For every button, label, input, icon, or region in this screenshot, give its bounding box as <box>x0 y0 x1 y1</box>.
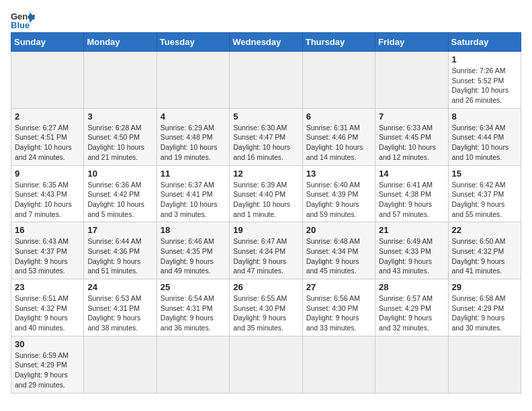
day-number: 6 <box>306 111 371 122</box>
day-cell <box>11 52 84 109</box>
day-number: 10 <box>87 169 152 179</box>
day-number: 18 <box>161 225 226 235</box>
day-cell <box>157 336 229 393</box>
calendar-table: SundayMondayTuesdayWednesdayThursdayFrid… <box>11 32 521 394</box>
day-cell: 27Sunrise: 6:56 AM Sunset: 4:30 PM Dayli… <box>302 279 375 336</box>
day-cell: 2Sunrise: 6:27 AM Sunset: 4:51 PM Daylig… <box>11 108 84 165</box>
day-number: 12 <box>233 169 298 179</box>
day-info: Sunrise: 6:41 AM Sunset: 4:38 PM Dayligh… <box>379 180 444 220</box>
day-number: 22 <box>452 225 517 235</box>
day-cell: 11Sunrise: 6:37 AM Sunset: 4:41 PM Dayli… <box>157 165 229 222</box>
day-cell: 28Sunrise: 6:57 AM Sunset: 4:29 PM Dayli… <box>375 279 448 336</box>
day-number: 2 <box>15 111 80 122</box>
col-header-saturday: Saturday <box>448 33 521 52</box>
day-number: 25 <box>161 282 226 292</box>
day-cell: 5Sunrise: 6:30 AM Sunset: 4:47 PM Daylig… <box>230 108 302 165</box>
col-header-wednesday: Wednesday <box>230 33 302 52</box>
day-number: 11 <box>161 169 226 179</box>
day-cell: 16Sunrise: 6:43 AM Sunset: 4:37 PM Dayli… <box>11 222 84 279</box>
day-cell: 22Sunrise: 6:50 AM Sunset: 4:32 PM Dayli… <box>448 222 521 279</box>
day-cell: 24Sunrise: 6:53 AM Sunset: 4:31 PM Dayli… <box>84 279 157 336</box>
week-row-6: 30Sunrise: 6:59 AM Sunset: 4:29 PM Dayli… <box>11 336 521 393</box>
day-info: Sunrise: 6:49 AM Sunset: 4:33 PM Dayligh… <box>379 236 444 276</box>
day-cell: 29Sunrise: 6:58 AM Sunset: 4:29 PM Dayli… <box>448 279 521 336</box>
day-info: Sunrise: 6:53 AM Sunset: 4:31 PM Dayligh… <box>87 293 152 333</box>
day-number: 8 <box>452 111 517 122</box>
week-row-4: 16Sunrise: 6:43 AM Sunset: 4:37 PM Dayli… <box>11 222 521 279</box>
day-cell: 18Sunrise: 6:46 AM Sunset: 4:35 PM Dayli… <box>157 222 229 279</box>
week-row-3: 9Sunrise: 6:35 AM Sunset: 4:43 PM Daylig… <box>11 165 521 222</box>
day-cell: 20Sunrise: 6:48 AM Sunset: 4:34 PM Dayli… <box>302 222 375 279</box>
day-cell <box>157 52 229 109</box>
day-info: Sunrise: 6:50 AM Sunset: 4:32 PM Dayligh… <box>452 236 517 276</box>
day-info: Sunrise: 6:42 AM Sunset: 4:37 PM Dayligh… <box>452 180 517 220</box>
col-header-friday: Friday <box>375 33 448 52</box>
day-cell: 17Sunrise: 6:44 AM Sunset: 4:36 PM Dayli… <box>84 222 157 279</box>
day-cell: 30Sunrise: 6:59 AM Sunset: 4:29 PM Dayli… <box>11 336 84 393</box>
day-cell <box>84 52 157 109</box>
col-header-tuesday: Tuesday <box>157 33 229 52</box>
day-number: 9 <box>15 169 80 179</box>
day-info: Sunrise: 6:28 AM Sunset: 4:50 PM Dayligh… <box>87 123 152 163</box>
day-number: 16 <box>15 225 80 235</box>
day-info: Sunrise: 6:29 AM Sunset: 4:48 PM Dayligh… <box>161 123 226 163</box>
day-cell <box>302 336 375 393</box>
day-cell: 7Sunrise: 6:33 AM Sunset: 4:45 PM Daylig… <box>375 108 448 165</box>
day-number: 17 <box>87 225 152 235</box>
day-cell: 9Sunrise: 6:35 AM Sunset: 4:43 PM Daylig… <box>11 165 84 222</box>
logo-icon: General Blue <box>11 11 35 30</box>
day-number: 13 <box>306 169 371 179</box>
day-cell: 14Sunrise: 6:41 AM Sunset: 4:38 PM Dayli… <box>375 165 448 222</box>
day-number: 7 <box>379 111 444 122</box>
day-info: Sunrise: 6:56 AM Sunset: 4:30 PM Dayligh… <box>306 293 371 333</box>
day-info: Sunrise: 6:59 AM Sunset: 4:29 PM Dayligh… <box>15 351 80 390</box>
col-header-sunday: Sunday <box>11 33 84 52</box>
day-cell: 6Sunrise: 6:31 AM Sunset: 4:46 PM Daylig… <box>302 108 375 165</box>
day-cell: 8Sunrise: 6:34 AM Sunset: 4:44 PM Daylig… <box>448 108 521 165</box>
day-info: Sunrise: 6:30 AM Sunset: 4:47 PM Dayligh… <box>233 123 298 163</box>
day-number: 29 <box>452 282 517 292</box>
day-number: 3 <box>87 111 152 122</box>
day-info: Sunrise: 6:55 AM Sunset: 4:30 PM Dayligh… <box>233 293 298 333</box>
day-number: 19 <box>233 225 298 235</box>
day-cell <box>84 336 157 393</box>
day-cell: 26Sunrise: 6:55 AM Sunset: 4:30 PM Dayli… <box>230 279 302 336</box>
day-info: Sunrise: 6:37 AM Sunset: 4:41 PM Dayligh… <box>161 180 226 220</box>
day-number: 4 <box>161 111 226 122</box>
day-number: 23 <box>15 282 80 292</box>
day-cell <box>230 52 302 109</box>
day-cell: 4Sunrise: 6:29 AM Sunset: 4:48 PM Daylig… <box>157 108 229 165</box>
day-number: 15 <box>452 169 517 179</box>
day-number: 27 <box>306 282 371 292</box>
day-cell: 15Sunrise: 6:42 AM Sunset: 4:37 PM Dayli… <box>448 165 521 222</box>
day-info: Sunrise: 6:36 AM Sunset: 4:42 PM Dayligh… <box>87 180 152 220</box>
day-cell <box>302 52 375 109</box>
day-info: Sunrise: 6:40 AM Sunset: 4:39 PM Dayligh… <box>306 180 371 220</box>
day-cell: 10Sunrise: 6:36 AM Sunset: 4:42 PM Dayli… <box>84 165 157 222</box>
day-cell: 25Sunrise: 6:54 AM Sunset: 4:31 PM Dayli… <box>157 279 229 336</box>
day-info: Sunrise: 6:33 AM Sunset: 4:45 PM Dayligh… <box>379 123 444 163</box>
day-info: Sunrise: 6:57 AM Sunset: 4:29 PM Dayligh… <box>379 293 444 333</box>
col-header-monday: Monday <box>84 33 157 52</box>
day-info: Sunrise: 6:35 AM Sunset: 4:43 PM Dayligh… <box>15 180 80 220</box>
day-info: Sunrise: 6:44 AM Sunset: 4:36 PM Dayligh… <box>87 236 152 276</box>
day-cell: 1Sunrise: 7:26 AM Sunset: 5:52 PM Daylig… <box>448 52 521 109</box>
day-info: Sunrise: 6:58 AM Sunset: 4:29 PM Dayligh… <box>452 293 517 333</box>
day-info: Sunrise: 6:47 AM Sunset: 4:34 PM Dayligh… <box>233 236 298 276</box>
day-cell: 13Sunrise: 6:40 AM Sunset: 4:39 PM Dayli… <box>302 165 375 222</box>
day-info: Sunrise: 6:34 AM Sunset: 4:44 PM Dayligh… <box>452 123 517 163</box>
day-cell <box>375 336 448 393</box>
day-info: Sunrise: 6:39 AM Sunset: 4:40 PM Dayligh… <box>233 180 298 220</box>
week-row-1: 1Sunrise: 7:26 AM Sunset: 5:52 PM Daylig… <box>11 52 521 109</box>
day-number: 5 <box>233 111 298 122</box>
day-info: Sunrise: 6:27 AM Sunset: 4:51 PM Dayligh… <box>15 123 80 163</box>
day-cell <box>230 336 302 393</box>
day-cell <box>375 52 448 109</box>
day-number: 30 <box>15 339 80 349</box>
day-cell: 3Sunrise: 6:28 AM Sunset: 4:50 PM Daylig… <box>84 108 157 165</box>
day-number: 14 <box>379 169 444 179</box>
week-row-2: 2Sunrise: 6:27 AM Sunset: 4:51 PM Daylig… <box>11 108 521 165</box>
day-number: 28 <box>379 282 444 292</box>
day-cell: 21Sunrise: 6:49 AM Sunset: 4:33 PM Dayli… <box>375 222 448 279</box>
day-number: 21 <box>379 225 444 235</box>
